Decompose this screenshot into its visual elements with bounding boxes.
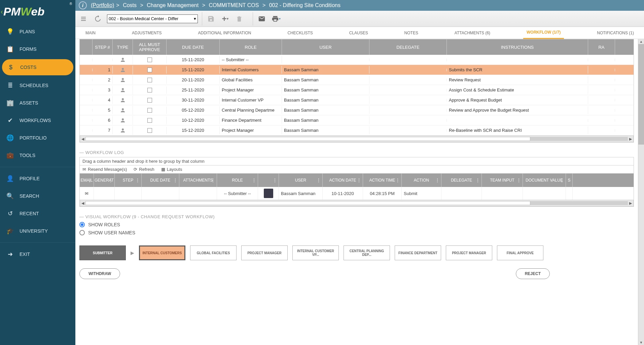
tab-checklists[interactable]: CHECKLISTS	[284, 27, 316, 39]
sidebar-item-forms[interactable]: 📋FORMS	[0, 40, 75, 58]
sidebar-item-schedules[interactable]: ≣SCHEDULES	[0, 77, 75, 94]
lh-step[interactable]: STEP⋮	[115, 174, 142, 187]
log-email-icon[interactable]: ✉	[80, 187, 94, 200]
tab-notes[interactable]: NOTES	[401, 27, 422, 39]
table-row[interactable]: 610-12-2020Finance DepartmentBassam Samm…	[80, 115, 634, 125]
wf-node[interactable]: PROJECT MANAGER	[446, 245, 492, 260]
lh-pic[interactable]: ⋮	[258, 174, 279, 187]
sidebar-item-profile[interactable]: 👤PROFILE	[0, 170, 75, 187]
wf-node[interactable]: CENTRAL PLANNING DEP...	[344, 245, 390, 260]
table-row[interactable]: 325-11-2020Project ManagerBassam SammanA…	[80, 85, 634, 95]
wf-node[interactable]: INTERNAL CUSTOMERS	[139, 245, 185, 260]
back-arrow-icon[interactable]: ‹	[1, 8, 3, 15]
lh-user[interactable]: USER⋮	[279, 174, 323, 187]
checkbox[interactable]	[147, 118, 152, 123]
col-approve[interactable]: ALL MUST APPROVE	[133, 39, 167, 55]
log-group-drop[interactable]: Drag a column header and drop it here to…	[80, 157, 634, 165]
log-hscroll[interactable]: ◀▶	[80, 200, 634, 206]
lh-del[interactable]: DELEGATE⋮	[441, 174, 482, 187]
history-icon[interactable]	[93, 14, 102, 24]
sidebar-item-portfolio[interactable]: 🌐PORTFOLIO	[0, 129, 75, 147]
print-icon[interactable]: ▾	[271, 14, 281, 24]
sidebar-item-workflows[interactable]: ✔WORKFLOWS	[0, 112, 75, 129]
checkbox[interactable]	[147, 68, 152, 72]
tab-notifications-1-[interactable]: NOTIFICATIONS (1)	[594, 27, 637, 39]
tab-adjustments[interactable]: ADJUSTMENTS	[129, 27, 165, 39]
radio-show-roles[interactable]: SHOW ROLES	[79, 222, 634, 227]
checkbox[interactable]	[147, 88, 152, 92]
lh-atime[interactable]: ACTION TIME⋮	[363, 174, 402, 187]
col-delegate[interactable]: DELEGATE	[369, 39, 447, 55]
vertical-scrollbar[interactable]: ▲▼	[638, 39, 644, 345]
refresh-button[interactable]: ⟳ Refresh	[134, 167, 154, 172]
sidebar-item-tools[interactable]: 💼TOOLS	[0, 147, 75, 164]
email-icon[interactable]	[257, 14, 266, 24]
sidebar-item-search[interactable]: 🔍SEARCH	[0, 187, 75, 205]
tab-workflow-1-7-[interactable]: WORKFLOW (1/7)	[523, 27, 564, 39]
wf-node[interactable]: PROJECT MANAGER	[241, 245, 288, 260]
wf-node[interactable]: SUBMITTER	[79, 245, 126, 260]
resend-button[interactable]: ✉ Resend Message(s)	[82, 167, 127, 172]
lh-s[interactable]: S	[566, 174, 573, 187]
col-role[interactable]: ROLE	[220, 39, 282, 55]
log-row[interactable]: ✉ -- Submitter -- Bassam Samman 10-11-20…	[80, 187, 634, 200]
col-duedate[interactable]: DUE DATE	[167, 39, 220, 55]
table-row[interactable]: 505-12-2020Central Planning DepartmeBass…	[80, 105, 634, 115]
list-settings-icon[interactable]	[79, 14, 88, 24]
breadcrumb-part[interactable]: Costs	[123, 2, 137, 8]
project-select[interactable]: 002 - Boston Medical Center - Differ ▾	[107, 14, 198, 23]
reject-button[interactable]: REJECT	[516, 268, 550, 279]
table-row[interactable]: 15-11-2020-- Submitter --	[80, 55, 634, 65]
delete-icon[interactable]	[235, 14, 244, 24]
checkbox[interactable]	[147, 98, 152, 103]
sidebar-item-costs[interactable]: $COSTS	[2, 59, 73, 75]
breadcrumb-part[interactable]: COMMITMENT COS	[209, 2, 259, 8]
tab-attachments-6-[interactable]: ATTACHMENTS (6)	[451, 27, 494, 39]
lh-gen[interactable]: GENERAT⋮	[94, 174, 115, 187]
tab-additional-information[interactable]: ADDITIONAL INFORMATION	[194, 27, 254, 39]
checkbox[interactable]	[147, 108, 152, 113]
info-icon[interactable]: i	[79, 1, 87, 9]
lh-email[interactable]: EMAIL⋮	[80, 174, 94, 187]
wf-node[interactable]: INTERNAL CUSTOMER VP...	[292, 245, 339, 260]
tab-clauses[interactable]: CLAUSES	[346, 27, 371, 39]
radio-show-users[interactable]: SHOW USER NAMES	[79, 230, 634, 235]
breadcrumb-part[interactable]: Change Management	[147, 2, 199, 8]
breadcrumb-part[interactable]: 002 - Differing Site Conditions	[269, 2, 341, 8]
logo[interactable]: ‹ PMWeb ®	[0, 0, 75, 23]
tab-main[interactable]: MAIN	[82, 27, 99, 39]
lh-role[interactable]: ROLE⋮	[217, 174, 258, 187]
sidebar-item-exit[interactable]: ➜EXIT	[0, 245, 75, 263]
add-icon[interactable]: +▾	[220, 14, 230, 24]
layouts-button[interactable]: ▦ Layouts	[161, 167, 182, 172]
sidebar-item-recent[interactable]: ↺RECENT	[0, 205, 75, 222]
col-ra[interactable]: RA	[588, 39, 615, 55]
checkbox[interactable]	[147, 78, 152, 82]
breadcrumb-root[interactable]: (Portfolio)	[91, 2, 114, 8]
col-user[interactable]: USER	[282, 39, 369, 55]
table-row[interactable]: 115-11-2020Internal CustomersBassam Samm…	[80, 65, 634, 75]
lh-doc[interactable]: DOCUMENT VALUE⋮	[523, 174, 566, 187]
lh-team[interactable]: TEAM INPUT⋮	[482, 174, 523, 187]
checkbox[interactable]	[147, 128, 152, 133]
wf-node[interactable]: FINANCE DEPARTMENT	[395, 245, 441, 260]
wf-node[interactable]: GLOBAL FACILITIES	[190, 245, 237, 260]
sidebar-item-assets[interactable]: 🏢ASSETS	[0, 94, 75, 112]
withdraw-button[interactable]: WITHDRAW	[79, 268, 120, 279]
lh-action[interactable]: ACTION⋮	[402, 174, 441, 187]
table-row[interactable]: 715-12-2020Project ManagerBassam SammanR…	[80, 125, 634, 136]
table-row[interactable]: 430-11-2020Internal Customer VPBassam Sa…	[80, 95, 634, 105]
save-icon[interactable]	[206, 14, 216, 24]
col-instructions[interactable]: INSTRUCTIONS	[447, 39, 588, 55]
grid-hscroll[interactable]: ◀▶	[80, 136, 634, 142]
lh-date[interactable]: DUE DATE⋮	[142, 174, 179, 187]
lh-adate[interactable]: ACTION DATE⋮	[323, 174, 363, 187]
lh-att[interactable]: ATTACHMENTS⋮	[179, 174, 217, 187]
col-type[interactable]: TYPE	[113, 39, 133, 55]
wf-node[interactable]: FINAL APPROVE	[497, 245, 543, 260]
checkbox[interactable]	[147, 58, 152, 62]
sidebar-item-university[interactable]: 🎓UNIVERSITY	[0, 222, 75, 240]
col-step[interactable]: STEP #	[93, 39, 113, 55]
sidebar-item-plans[interactable]: 💡PLANS	[0, 23, 75, 40]
table-row[interactable]: 220-11-2020Global FacilitiesBassam Samma…	[80, 75, 634, 85]
